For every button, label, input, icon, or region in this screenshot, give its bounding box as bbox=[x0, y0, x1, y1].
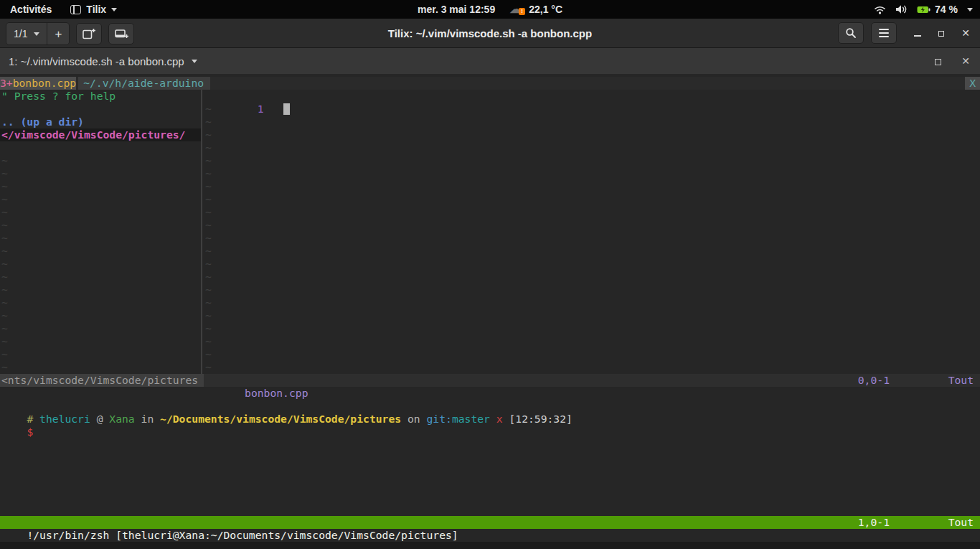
tilix-icon bbox=[70, 5, 81, 14]
prompt-path: ~/Documents/vimscode/VimsCode/pictures bbox=[160, 413, 401, 425]
search-button[interactable] bbox=[838, 22, 864, 44]
tilde-line: ~ bbox=[0, 348, 201, 361]
tilix-header-bar: 1/1 + Tilix: bbox=[0, 19, 980, 48]
nerdtree-pane[interactable]: " Press ? for help .. (up a dir) </vimsc… bbox=[0, 90, 202, 374]
plus-icon: + bbox=[55, 28, 62, 40]
maximize-icon bbox=[935, 59, 941, 65]
tab-modified-count: 3+ bbox=[0, 77, 13, 90]
blank-line bbox=[0, 387, 980, 400]
terminal-statusline-text: !/usr/bin/zsh [thelucri@Xana:~/Documents… bbox=[27, 529, 458, 541]
chevron-down-icon bbox=[111, 8, 117, 11]
editor-pane[interactable]: 1 ~~~~~~~~~~~~~~~~~~~~~ bbox=[202, 90, 980, 374]
vim-terminal-statusline: !/usr/bin/zsh [thelucri@Xana:~/Documents… bbox=[0, 516, 980, 529]
activities-button[interactable]: Activités bbox=[10, 4, 52, 15]
nerdtree-updir-line[interactable]: .. (up a dir) bbox=[0, 116, 201, 128]
tilde-line: ~ bbox=[0, 309, 201, 322]
tilde-line: ~ bbox=[202, 309, 980, 322]
tilde-line: ~ bbox=[202, 219, 980, 232]
window-edge bbox=[0, 542, 980, 549]
gnome-top-bar: Activités Tilix mer. 3 mai 12:59 ☁ ! 22,… bbox=[0, 0, 980, 19]
vim-tab-close-button[interactable]: X bbox=[965, 77, 980, 90]
app-menu-button[interactable]: Tilix bbox=[70, 4, 117, 15]
vim-tab-active[interactable]: 3+ bonbon.cpp bbox=[0, 77, 76, 90]
battery-percentage: 74 % bbox=[935, 4, 958, 15]
chevron-down-icon[interactable] bbox=[192, 60, 197, 63]
tilde-line: ~ bbox=[202, 141, 980, 154]
statusline-left-path: <nts/vimscode/VimsCode/pictures bbox=[0, 374, 204, 387]
tilde-line: ~ bbox=[202, 154, 980, 167]
tilde-line: ~ bbox=[0, 258, 201, 271]
blank-line bbox=[0, 103, 201, 116]
split-down-icon bbox=[115, 28, 128, 39]
buffer-line-1: 1 bbox=[202, 90, 980, 103]
prompt-on: on bbox=[401, 413, 426, 425]
weather-widget[interactable]: ☁ ! 22,1 °C bbox=[509, 3, 562, 16]
prompt-user: thelucri bbox=[39, 413, 90, 425]
session-counter-label: 1/1 bbox=[14, 28, 27, 39]
tilde-line: ~ bbox=[0, 154, 201, 167]
split-down-button[interactable] bbox=[108, 23, 134, 44]
tilde-line: ~ bbox=[202, 103, 980, 116]
search-icon bbox=[845, 27, 857, 39]
split-right-button[interactable] bbox=[76, 23, 102, 44]
tilde-line: ~ bbox=[0, 206, 201, 219]
nerdtree-root-line[interactable]: </vimscode/VimsCode/pictures/ bbox=[0, 128, 201, 141]
tilde-line: ~ bbox=[202, 193, 980, 206]
vim-split-panes: " Press ? for help .. (up a dir) </vimsc… bbox=[0, 90, 980, 374]
shell-prompt-line: # thelucri @ Xana in ~/Documents/vimscod… bbox=[0, 400, 980, 413]
tilde-line: ~ bbox=[202, 167, 980, 180]
blank-line bbox=[0, 141, 201, 154]
tilde-line: ~ bbox=[0, 180, 201, 193]
tilde-line: ~ bbox=[0, 167, 201, 180]
clock[interactable]: mer. 3 mai 12:59 bbox=[418, 4, 495, 15]
prompt-hash: # bbox=[27, 413, 39, 425]
maximize-terminal-button[interactable] bbox=[935, 55, 941, 67]
battery-icon bbox=[917, 6, 930, 14]
tilde-line: ~ bbox=[202, 258, 980, 271]
tilde-line: ~ bbox=[202, 245, 980, 258]
system-status-area[interactable]: 74 % bbox=[874, 4, 980, 15]
prompt-git-prefix: git: bbox=[427, 413, 452, 425]
wifi-icon bbox=[874, 5, 886, 14]
tilde-line: ~ bbox=[0, 283, 201, 296]
tilde-line: ~ bbox=[0, 296, 201, 309]
restore-button[interactable] bbox=[938, 27, 944, 39]
close-window-button[interactable]: ✕ bbox=[961, 28, 970, 38]
tilde-line: ~ bbox=[202, 180, 980, 193]
tilde-line: ~ bbox=[202, 296, 980, 309]
vim-tab-inactive[interactable]: ~/.v/h/aide-arduino bbox=[78, 77, 210, 90]
tilde-line: ~ bbox=[202, 128, 980, 141]
prompt-at: @ bbox=[90, 413, 110, 425]
session-tab-bar: 1: ~/.vim/vimscode.sh -a bonbon.cpp ✕ bbox=[0, 48, 980, 74]
tilde-line: ~ bbox=[202, 232, 980, 245]
tilde-line: ~ bbox=[202, 206, 980, 219]
restore-icon bbox=[938, 31, 944, 37]
text-cursor bbox=[283, 103, 290, 115]
chevron-down-icon bbox=[34, 32, 39, 36]
split-right-icon bbox=[83, 28, 96, 39]
main-menu-button[interactable] bbox=[871, 22, 897, 44]
tilde-line: ~ bbox=[0, 245, 201, 258]
terminal-statusline-position: Tout bbox=[948, 516, 974, 529]
close-terminal-button[interactable]: ✕ bbox=[961, 56, 970, 66]
prompt-git-branch: master bbox=[452, 413, 490, 425]
prompt-time: [12:59:32] bbox=[509, 413, 572, 425]
new-session-button[interactable]: + bbox=[47, 23, 69, 44]
tilde-line: ~ bbox=[0, 335, 201, 348]
blank-area bbox=[0, 426, 980, 516]
hamburger-menu-icon bbox=[879, 29, 889, 37]
line-number: 1 bbox=[258, 103, 264, 115]
statusline-ruler: 0,0-1 bbox=[858, 374, 890, 387]
session-counter-dropdown[interactable]: 1/1 bbox=[6, 23, 47, 44]
tilde-line: ~ bbox=[0, 271, 201, 283]
nerdtree-help-line: " Press ? for help bbox=[0, 90, 201, 103]
session-title[interactable]: 1: ~/.vim/vimscode.sh -a bonbon.cpp bbox=[9, 55, 184, 67]
minimize-button[interactable] bbox=[914, 27, 921, 39]
statusline-position: Tout bbox=[948, 374, 974, 387]
tilde-line: ~ bbox=[202, 335, 980, 348]
minimize-icon bbox=[914, 35, 921, 37]
window-title: Tilix: ~/.vim/vimscode.sh -a bonbon.cpp bbox=[0, 19, 980, 47]
terminal-viewport[interactable]: 3+ bonbon.cpp ~/.v/h/aide-arduino X " Pr… bbox=[0, 74, 980, 549]
weather-alert-badge: ! bbox=[519, 8, 525, 15]
editor-tilde-lines: ~~~~~~~~~~~~~~~~~~~~~ bbox=[202, 103, 980, 374]
